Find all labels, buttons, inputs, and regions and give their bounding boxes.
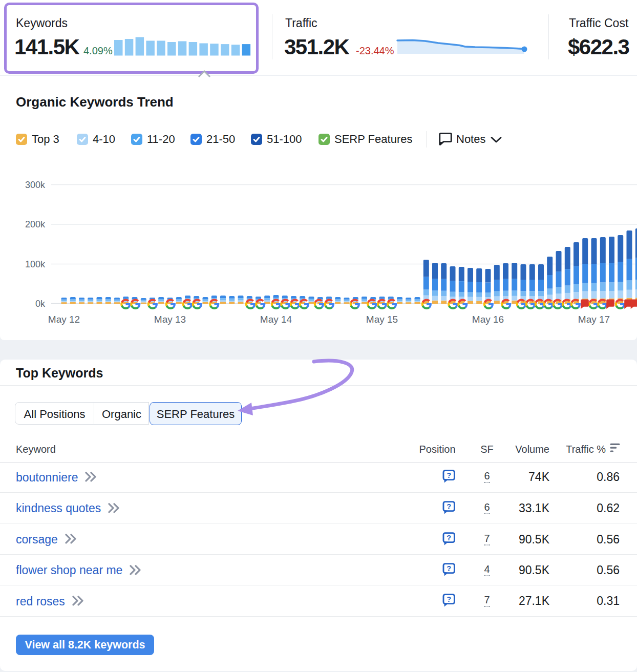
svg-text:0k: 0k [35,299,46,309]
svg-text:May 14: May 14 [260,314,292,325]
svg-text:?: ? [447,471,451,479]
svg-text:?: ? [447,564,451,573]
svg-text:?: ? [447,534,451,542]
svg-text:May 15: May 15 [366,314,398,325]
svg-text:May 16: May 16 [472,314,504,325]
svg-text:May 17: May 17 [578,314,610,325]
svg-text:?: ? [447,502,451,511]
svg-text:May 12: May 12 [48,314,80,325]
svg-text:100k: 100k [25,259,46,269]
svg-text:200k: 200k [25,219,46,229]
svg-text:May 13: May 13 [154,314,186,325]
svg-text:?: ? [447,595,451,603]
svg-text:300k: 300k [25,180,46,190]
